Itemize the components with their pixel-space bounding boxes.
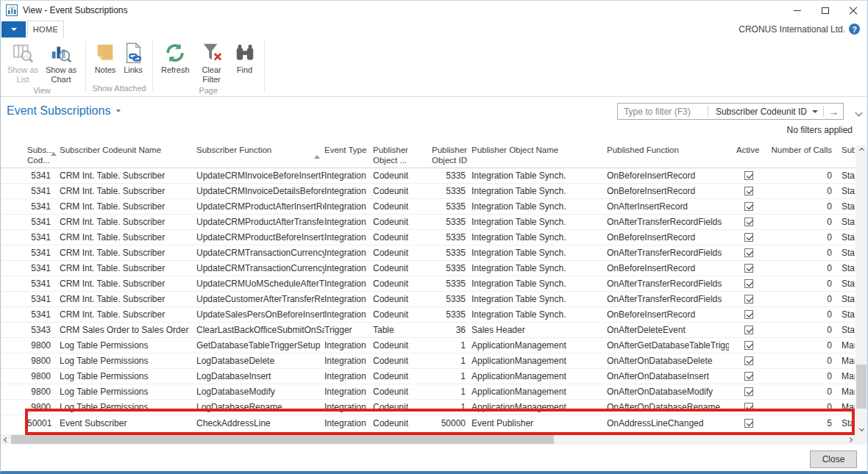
cell-pub_name[interactable]: Integration Table Synch.: [472, 276, 607, 291]
cell-event[interactable]: Integration: [324, 184, 373, 198]
cell-func[interactable]: UpdateCRMInvoiceDetailsBeforeI...: [196, 184, 324, 198]
cell-pub_type[interactable]: Codeunit: [373, 369, 421, 384]
cell-pub_id[interactable]: 1: [421, 400, 472, 414]
cell-pub_func[interactable]: OnAfterTransferRecordFields: [607, 292, 729, 306]
help-icon[interactable]: ?: [849, 24, 860, 35]
cell-active[interactable]: [729, 323, 769, 337]
cell-id[interactable]: 5341: [27, 199, 60, 214]
cell-pub_type[interactable]: Codeunit: [373, 384, 421, 399]
cell-func[interactable]: UpdateCRMProductBeforeInsertR...: [196, 230, 324, 245]
row-selector[interactable]: [1, 323, 27, 337]
cell-calls[interactable]: 0: [769, 400, 838, 414]
filter-field-select[interactable]: Subscriber Codeunit ID: [708, 107, 812, 117]
cell-pub_id[interactable]: 5335: [421, 199, 472, 214]
cell-active[interactable]: [729, 384, 769, 399]
cell-pub_type[interactable]: Codeunit: [373, 230, 421, 245]
cell-name[interactable]: CRM Int. Table. Subscriber: [60, 215, 196, 229]
cell-pub_name[interactable]: ApplicationManagement: [472, 400, 607, 414]
column-header[interactable]: PublisherObject ...: [373, 143, 421, 168]
cell-event[interactable]: Integration: [324, 292, 373, 306]
active-checkbox[interactable]: [744, 171, 753, 180]
table-row[interactable]: 5343CRM Sales Order to Sales OrderClearL…: [1, 323, 855, 338]
active-checkbox[interactable]: [744, 372, 753, 381]
cell-id[interactable]: 5341: [27, 307, 60, 322]
cell-pub_id[interactable]: 5335: [421, 276, 472, 291]
cell-pub_func[interactable]: OnAfterOnDatabaseRename: [607, 400, 729, 414]
cell-pub_type[interactable]: Codeunit: [373, 215, 421, 229]
active-checkbox[interactable]: [744, 187, 753, 195]
cell-pub_id[interactable]: 5335: [421, 230, 472, 245]
active-checkbox[interactable]: [744, 202, 753, 211]
close-window-button[interactable]: [839, 1, 867, 21]
column-header[interactable]: [1, 143, 27, 168]
cell-pub_id[interactable]: 36: [421, 323, 472, 337]
row-selector[interactable]: [1, 184, 27, 198]
cell-subs[interactable]: Stati: [838, 292, 855, 306]
cell-name[interactable]: Event Subscriber: [60, 415, 196, 431]
cell-subs[interactable]: Man: [838, 384, 855, 399]
cell-event[interactable]: Integration: [324, 261, 373, 276]
cell-pub_func[interactable]: OnBeforeInsertRecord: [607, 230, 729, 245]
cell-calls[interactable]: 0: [769, 184, 838, 198]
cell-active[interactable]: [729, 307, 769, 322]
cell-name[interactable]: CRM Int. Table. Subscriber: [60, 184, 196, 198]
cell-event[interactable]: Integration: [324, 199, 373, 214]
cell-calls[interactable]: 0: [769, 261, 838, 276]
cell-active[interactable]: [729, 353, 769, 368]
row-selector[interactable]: [1, 168, 27, 183]
cell-pub_id[interactable]: 5335: [421, 292, 472, 306]
cell-pub_name[interactable]: Integration Table Synch.: [472, 168, 607, 183]
cell-subs[interactable]: Man: [838, 400, 855, 414]
cell-pub_type[interactable]: Codeunit: [373, 261, 421, 276]
cell-subs[interactable]: Stati: [838, 261, 855, 276]
application-menu-button[interactable]: [1, 21, 26, 37]
table-row[interactable]: 5341CRM Int. Table. SubscriberUpdateCRMP…: [1, 215, 855, 230]
column-header[interactable]: Subs...Cod...: [27, 143, 60, 168]
cell-name[interactable]: CRM Int. Table. Subscriber: [60, 276, 196, 291]
active-checkbox[interactable]: [744, 403, 753, 412]
row-selector[interactable]: [1, 338, 27, 353]
cell-func[interactable]: UpdateSalesPersOnBeforeInsertRe...: [196, 307, 324, 322]
cell-pub_name[interactable]: Integration Table Synch.: [472, 230, 607, 245]
row-selector[interactable]: [1, 353, 27, 368]
cell-calls[interactable]: 0: [769, 168, 838, 183]
cell-active[interactable]: [729, 215, 769, 229]
cell-subs[interactable]: Man: [838, 353, 855, 368]
active-checkbox[interactable]: [744, 326, 753, 334]
cell-pub_type[interactable]: Codeunit: [373, 292, 421, 306]
cell-subs[interactable]: Stati: [838, 215, 855, 229]
cell-pub_type[interactable]: Codeunit: [373, 307, 421, 322]
table-row[interactable]: 9800Log Table PermissionsGetDatabaseTabl…: [1, 338, 855, 353]
cell-name[interactable]: Log Table Permissions: [60, 400, 196, 414]
row-selector[interactable]: [1, 400, 27, 414]
cell-active[interactable]: [729, 245, 769, 260]
table-row[interactable]: 5341CRM Int. Table. SubscriberUpdateCRMI…: [1, 184, 855, 199]
highlighted-row[interactable]: 50001Event SubscriberCheckAddressLineInt…: [1, 415, 855, 431]
cell-event[interactable]: Trigger: [324, 323, 373, 337]
cell-func[interactable]: UpdateCRMTransactionCurrency...: [196, 245, 324, 260]
cell-name[interactable]: CRM Int. Table. Subscriber: [60, 261, 196, 276]
table-row[interactable]: 9800Log Table PermissionsLogDatabaseRena…: [1, 400, 855, 415]
cell-pub_id[interactable]: 1: [421, 384, 472, 399]
cell-subs[interactable]: Stat: [838, 415, 855, 431]
cell-id[interactable]: 50001: [27, 415, 60, 431]
active-checkbox[interactable]: [744, 387, 753, 396]
column-header[interactable]: Subscriber Function: [196, 143, 324, 168]
cell-pub_type[interactable]: Codeunit: [373, 199, 421, 214]
table-row[interactable]: 9800Log Table PermissionsLogDatabaseDele…: [1, 353, 855, 369]
cell-name[interactable]: CRM Int. Table. Subscriber: [60, 199, 196, 214]
cell-pub_func[interactable]: OnAfterOnDatabaseModify: [607, 384, 729, 399]
active-checkbox[interactable]: [744, 233, 753, 242]
table-row[interactable]: 5341CRM Int. Table. SubscriberUpdateCRMT…: [1, 261, 855, 276]
cell-event[interactable]: Integration: [324, 245, 373, 260]
cell-event[interactable]: Integration: [324, 168, 373, 183]
cell-id[interactable]: 5341: [27, 215, 60, 229]
cell-pub_func[interactable]: OnAfterTransferRecordFields: [607, 276, 729, 291]
cell-pub_func[interactable]: OnAddressLineChanged: [607, 415, 729, 431]
filter-input[interactable]: Type to filter (F3): [618, 107, 708, 117]
cell-pub_func[interactable]: OnAfterOnDatabaseDelete: [607, 353, 729, 368]
column-header[interactable]: Active: [729, 143, 769, 168]
cell-event[interactable]: Integration: [324, 307, 373, 322]
active-checkbox[interactable]: [744, 419, 753, 428]
cell-calls[interactable]: 0: [769, 384, 838, 399]
